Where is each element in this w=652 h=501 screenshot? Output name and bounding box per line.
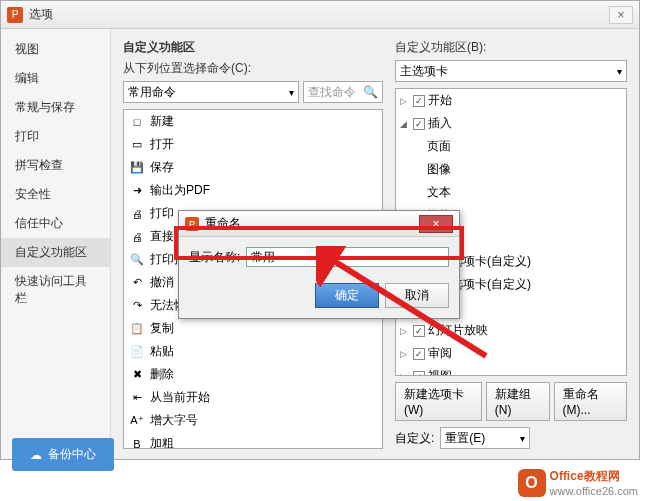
watermark: O Office教程网 www.office26.com [518,468,638,497]
display-name-input[interactable] [246,247,449,267]
sidebar-item-print[interactable]: 打印 [1,122,110,151]
expand-icon[interactable]: ▷ [400,372,410,377]
command-icon: ➜ [130,184,144,198]
list-item[interactable]: ➜输出为PDF [124,179,382,202]
expand-icon[interactable]: ▷ [400,96,410,106]
sidebar-item-security[interactable]: 安全性 [1,180,110,209]
dialog-close-button[interactable]: × [419,215,453,233]
tree-label: 页面 [427,138,451,155]
list-item[interactable]: A⁺增大字号 [124,409,382,432]
brand-url: www.office26.com [550,485,638,497]
backup-center-button[interactable]: ☁ 备份中心 [12,438,114,471]
ribbon-label: 自定义功能区(B): [395,39,627,56]
search-placeholder: 查找命令 [308,84,356,101]
ribbon-tabs-select[interactable]: 主选项卡 ▾ [395,60,627,82]
sidebar-item-edit[interactable]: 编辑 [1,64,110,93]
cloud-icon: ☁ [30,448,42,462]
command-icon: ↶ [130,276,144,290]
command-icon: ⇤ [130,391,144,405]
expand-icon[interactable]: ▷ [400,326,410,336]
cancel-button[interactable]: 取消 [385,283,449,308]
dialog-title: 重命名 [205,215,419,232]
footer: ☁ 备份中心 [12,438,114,471]
checkbox[interactable] [413,371,425,377]
command-label: 从当前开始 [150,389,210,406]
command-source-select[interactable]: 常用命令 ▾ [123,81,299,103]
sidebar-item-qat[interactable]: 快速访问工具栏 [1,267,110,313]
tree-label: 文本 [427,184,451,201]
command-icon: B [130,437,144,450]
tree-item[interactable]: 页面 [396,135,626,158]
brand-text: Office教程网 [550,468,638,485]
new-tab-button[interactable]: 新建选项卡(W) [395,382,482,421]
command-label: 增大字号 [150,412,198,429]
tree-label: 幻灯片放映 [428,322,488,339]
app-icon: P [7,7,23,23]
checkbox[interactable] [413,325,425,337]
command-label: 粘贴 [150,343,174,360]
tree-label: 视图 [428,368,452,376]
app-icon: P [185,217,199,231]
tree-item[interactable]: ▷审阅 [396,342,626,365]
command-label: 输出为PDF [150,182,210,199]
checkbox[interactable] [413,118,425,130]
list-item[interactable]: B加粗 [124,432,382,449]
ok-button[interactable]: 确定 [315,283,379,308]
backup-label: 备份中心 [48,446,96,463]
titlebar: P 选项 × [1,1,639,29]
tree-label: 审阅 [428,345,452,362]
search-icon: 🔍 [363,85,378,99]
tree-label: 图像 [427,161,451,178]
sidebar-item-ribbon[interactable]: 自定义功能区 [1,238,110,267]
list-item[interactable]: 📋复制 [124,317,382,340]
expand-icon[interactable]: ▷ [400,349,410,359]
tree-item[interactable]: ▷视图 [396,365,626,376]
checkbox[interactable] [413,95,425,107]
checkbox[interactable] [413,348,425,360]
command-icon: 📄 [130,345,144,359]
command-icon: 💾 [130,161,144,175]
window-close-button[interactable]: × [609,6,633,24]
command-icon: ▭ [130,138,144,152]
command-label: 加粗 [150,435,174,449]
sidebar-item-spell[interactable]: 拼写检查 [1,151,110,180]
list-item[interactable]: ▭打开 [124,133,382,156]
select-value: 常用命令 [128,84,176,101]
list-item[interactable]: 📄粘贴 [124,340,382,363]
list-item[interactable]: ⇤从当前开始 [124,386,382,409]
command-icon: 📋 [130,322,144,336]
list-item[interactable]: □新建 [124,110,382,133]
window-title: 选项 [29,6,609,23]
tree-item[interactable]: ▷开始 [396,89,626,112]
rename-button[interactable]: 重命名(M)... [554,382,628,421]
chevron-down-icon: ▾ [617,66,622,77]
reset-label: 自定义: [395,430,434,447]
command-icon: ✖ [130,368,144,382]
list-item[interactable]: ✖删除 [124,363,382,386]
command-icon: □ [130,115,144,129]
command-label: 删除 [150,366,174,383]
command-icon: ↷ [130,299,144,313]
office-logo-icon: O [518,469,546,497]
chevron-down-icon: ▾ [289,87,294,98]
command-label: 复制 [150,320,174,337]
tree-label: 插入 [428,115,452,132]
tree-item[interactable]: ◢插入 [396,112,626,135]
sidebar-item-view[interactable]: 视图 [1,35,110,64]
sidebar-item-trust[interactable]: 信任中心 [1,209,110,238]
new-group-button[interactable]: 新建组(N) [486,382,550,421]
command-label: 打开 [150,136,174,153]
search-input[interactable]: 查找命令 🔍 [303,81,383,103]
tree-item[interactable]: ▷幻灯片放映 [396,319,626,342]
sidebar-item-general[interactable]: 常规与保存 [1,93,110,122]
list-item[interactable]: 💾保存 [124,156,382,179]
command-label: 打印 [150,205,174,222]
command-label: 撤消 [150,274,174,291]
command-icon: 🖨 [130,207,144,221]
expand-icon[interactable]: ◢ [400,119,410,129]
tree-item[interactable]: 图像 [396,158,626,181]
command-icon: 🔍 [130,253,144,267]
tree-item[interactable]: 文本 [396,181,626,204]
from-label: 从下列位置选择命令(C): [123,60,383,77]
reset-select[interactable]: 重置(E) ▾ [440,427,530,449]
